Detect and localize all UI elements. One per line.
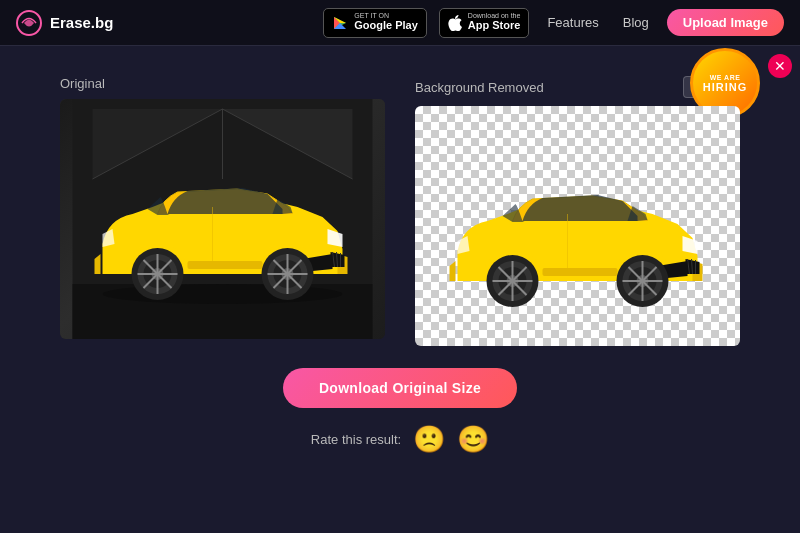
google-play-main-text: Google Play bbox=[354, 19, 418, 32]
upload-image-button[interactable]: Upload Image bbox=[667, 9, 784, 36]
removed-panel: Background Removed Edit bbox=[415, 76, 740, 346]
original-panel-header: Original bbox=[60, 76, 385, 91]
google-play-top-text: GET IT ON bbox=[354, 12, 418, 19]
original-label: Original bbox=[60, 76, 105, 91]
original-car-svg bbox=[60, 99, 385, 339]
rate-section: Rate this result: 🙁 😊 bbox=[311, 426, 489, 452]
original-image bbox=[60, 99, 385, 339]
features-link[interactable]: Features bbox=[541, 15, 604, 30]
rate-thumbs-up[interactable]: 😊 bbox=[457, 426, 489, 452]
image-comparison-section: Original bbox=[60, 76, 740, 346]
close-button[interactable]: ✕ bbox=[768, 54, 792, 78]
app-store-badge[interactable]: Download on the App Store bbox=[439, 8, 530, 38]
download-button[interactable]: Download Original Size bbox=[283, 368, 517, 408]
rate-thumbs-down[interactable]: 🙁 bbox=[413, 426, 445, 452]
app-store-main-text: App Store bbox=[468, 19, 521, 32]
app-store-top-text: Download on the bbox=[468, 12, 521, 19]
blog-link[interactable]: Blog bbox=[617, 15, 655, 30]
apple-icon bbox=[448, 15, 462, 31]
hiring-badge-line1: WE ARE bbox=[710, 74, 741, 81]
original-panel: Original bbox=[60, 76, 385, 339]
logo-text: Erase.bg bbox=[50, 14, 113, 31]
main-content: ✕ WE ARE HIRING Original bbox=[0, 46, 800, 472]
logo-icon bbox=[16, 10, 42, 36]
hiring-badge-line2: HIRING bbox=[703, 81, 748, 93]
removed-label: Background Removed bbox=[415, 80, 544, 95]
logo-area: Erase.bg bbox=[16, 10, 113, 36]
removed-car-svg bbox=[415, 106, 740, 346]
google-play-badge[interactable]: GET IT ON Google Play bbox=[323, 8, 427, 38]
svg-rect-12 bbox=[188, 261, 263, 269]
removed-image bbox=[415, 106, 740, 346]
google-play-icon bbox=[332, 15, 348, 31]
svg-rect-35 bbox=[543, 268, 618, 276]
navbar: Erase.bg GET IT ON Google Play Download … bbox=[0, 0, 800, 46]
rate-label: Rate this result: bbox=[311, 432, 401, 447]
